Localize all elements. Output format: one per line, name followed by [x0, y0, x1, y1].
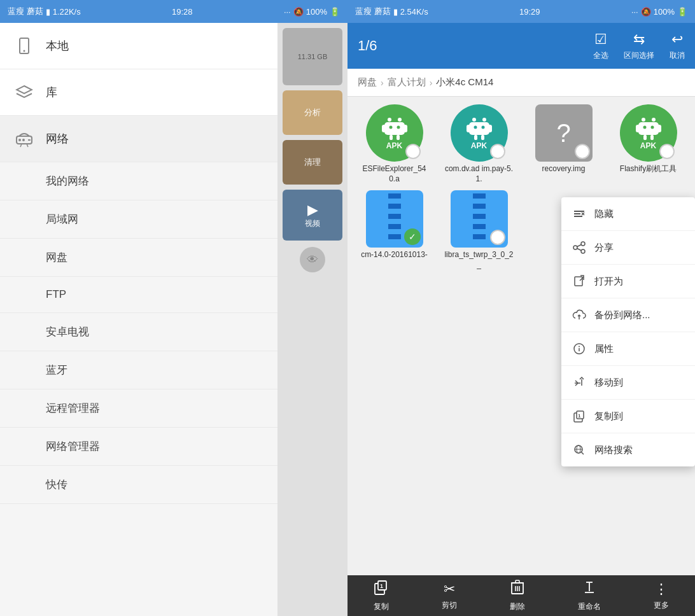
storage-size: 11.31 GB [298, 53, 327, 60]
file-icon-dvad: APK [451, 104, 508, 162]
time-left: 19:28 [172, 7, 193, 17]
menu-item-open-as[interactable]: 打开为 [561, 265, 695, 298]
right-panel: 蓝瘦 蘑菇 ▮ 2.54K/s 19:29 ··· 🔕 100% 🔋 1/6 ☑… [348, 0, 695, 616]
file-name-esfile: ESFileExplorer_540.a [360, 164, 430, 184]
file-item-cm14[interactable]: ✓ cm-14.0-20161013- [355, 190, 433, 270]
svg-rect-33 [650, 135, 654, 140]
cancel-button[interactable]: ↩ 取消 [670, 31, 685, 61]
dots-left: ··· [284, 7, 291, 17]
svg-rect-24 [481, 135, 484, 140]
range-select-label: 区间选择 [624, 50, 654, 61]
open-as-icon [572, 274, 587, 289]
menu-item-move[interactable]: 移动到 [561, 366, 695, 400]
svg-point-9 [388, 118, 391, 122]
hide-icon [572, 206, 587, 221]
net-search-label: 网络搜索 [594, 444, 633, 456]
right-status-left: ··· 🔕 100% 🔋 [284, 7, 340, 17]
left-panel: 蓝瘦 蘑菇 ▮ 1.22K/s 19:28 ··· 🔕 100% 🔋 本地 ∨ [0, 0, 348, 616]
battery-icon-left: 🔋 [330, 7, 340, 17]
video-label: 视频 [305, 218, 320, 229]
hide-label: 隐藏 [594, 208, 614, 220]
radio-badge-1 [405, 144, 421, 159]
check-badge-5: ✓ [404, 228, 421, 245]
mute-right: 🔕 [641, 7, 651, 17]
speed-right: 2.54K/s [400, 7, 428, 17]
layers-icon [13, 81, 36, 104]
select-all-button[interactable]: ☑ 全选 [593, 31, 608, 61]
breadcrumb-sep2: › [430, 78, 433, 88]
cut-button[interactable]: ✂ 剪切 [442, 581, 457, 611]
svg-rect-46 [575, 277, 582, 286]
phone-icon [13, 34, 36, 57]
copy-button[interactable]: 1 复制 [374, 580, 389, 612]
speed-left: 1.22K/s [53, 7, 81, 17]
clean-label: 清理 [304, 157, 321, 168]
rename-label: 重命名 [578, 601, 601, 612]
file-item-recovery[interactable]: ? recovery.img [524, 104, 603, 184]
menu-item-backup[interactable]: 备份到网络... [561, 298, 695, 332]
copy-b-icon: 1 [374, 580, 389, 599]
rename-icon [582, 580, 596, 599]
breadcrumb-current[interactable]: 小米4c CM14 [436, 76, 493, 88]
svg-rect-11 [384, 122, 405, 135]
cut-label: 剪切 [442, 600, 457, 611]
more-button[interactable]: ⋮ 更多 [654, 581, 669, 611]
backup-label: 备份到网络... [594, 309, 650, 321]
breadcrumb-plan[interactable]: 富人计划 [388, 76, 426, 88]
file-icon-libra [451, 190, 508, 248]
svg-point-35 [650, 126, 654, 129]
toolbar-actions: ☑ 全选 ⇆ 区间选择 ↩ 取消 [593, 31, 685, 61]
net-search-icon [572, 442, 587, 458]
file-item-flashify[interactable]: APK Flashify刷机工具 [609, 104, 687, 184]
svg-rect-30 [636, 125, 640, 132]
menu-item-hide[interactable]: 隐藏 [561, 197, 695, 231]
svg-rect-29 [638, 122, 659, 135]
cancel-label: 取消 [670, 50, 685, 61]
select-all-label: 全选 [593, 50, 608, 61]
question-icon: ? [556, 119, 570, 148]
file-name-recovery: recovery.img [542, 164, 586, 174]
radio-badge-6 [490, 230, 505, 245]
svg-point-25 [474, 126, 477, 129]
battery-right: 100% [654, 7, 675, 17]
svg-point-17 [397, 126, 400, 129]
scan-label: 分析 [304, 107, 321, 118]
svg-point-18 [472, 118, 476, 122]
menu-item-copy-to[interactable]: 1 复制到 [561, 400, 695, 433]
menu-item-net-search[interactable]: 网络搜索 [561, 433, 695, 466]
more-label: 更多 [654, 600, 669, 611]
menu-item-properties[interactable]: 属性 [561, 332, 695, 366]
svg-point-10 [398, 118, 402, 122]
file-item-libra[interactable]: libra_ts_twrp_3_0_2_ [440, 190, 518, 270]
delete-button[interactable]: 删除 [510, 580, 525, 612]
svg-rect-21 [467, 125, 470, 132]
radio-badge-4 [659, 144, 675, 159]
apk-label-1: APK [386, 141, 402, 150]
breadcrumb-cloud[interactable]: 网盘 [358, 76, 377, 88]
svg-point-28 [652, 118, 656, 122]
right-preview-overlay: 11.31 GB 分析 清理 ▶ 视频 👁 [277, 23, 348, 616]
file-item-esfile[interactable]: APK ESFileExplorer_540.a [355, 104, 433, 184]
svg-rect-13 [404, 125, 407, 132]
file-name-flashify: Flashify刷机工具 [620, 164, 677, 174]
file-item-dvad[interactable]: APK com.dv.ad im.pay-5.1. [440, 104, 518, 184]
file-name-libra: libra_ts_twrp_3_0_2_ [444, 250, 514, 270]
menu-item-share[interactable]: 分享 [561, 231, 695, 265]
bottom-toolbar: 1 复制 ✂ 剪切 删除 [348, 575, 695, 616]
svg-rect-15 [397, 135, 400, 140]
mute-left: 🔕 [293, 7, 304, 17]
file-name-dvad: com.dv.ad im.pay-5.1. [444, 164, 514, 184]
svg-point-42 [573, 246, 577, 249]
svg-line-45 [577, 249, 581, 251]
range-select-button[interactable]: ⇆ 区间选择 [624, 31, 654, 61]
battery-icon-right: 🔋 [677, 7, 687, 17]
radio-badge-3 [575, 144, 590, 159]
share-label: 分享 [594, 242, 614, 254]
file-icon-esfile: APK [366, 104, 423, 162]
rename-button[interactable]: 重命名 [578, 580, 601, 612]
zip-zipper-2 [473, 193, 486, 244]
cut-icon: ✂ [444, 581, 455, 598]
svg-point-5 [22, 139, 25, 141]
svg-point-16 [389, 126, 392, 129]
svg-text:1: 1 [578, 413, 581, 419]
